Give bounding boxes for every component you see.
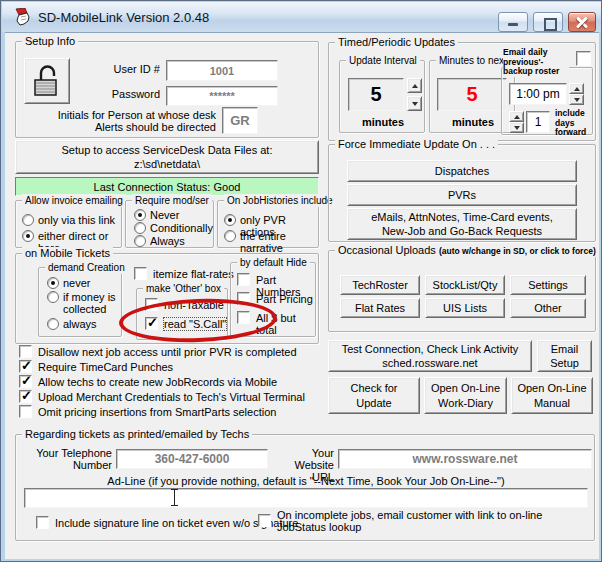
checkbox-label: Omit pricing insertions from SmartParts … xyxy=(38,406,276,418)
group-occasional-uploads: Occasional Uploads (auto w/change in SD,… xyxy=(328,250,596,332)
password-field[interactable]: ****** xyxy=(166,86,278,106)
test-connection-button[interactable]: Test Connection, Check Link Activity sch… xyxy=(328,340,532,372)
group-demand-creation: demand Creation never if money is collec… xyxy=(38,267,122,337)
days-spin-down[interactable] xyxy=(509,122,524,133)
adline-label: Ad-Line (if you provide nothing, default… xyxy=(16,475,596,487)
interval-spin-up[interactable] xyxy=(407,78,422,93)
initials-field[interactable]: GR xyxy=(222,107,258,134)
checkbox-upload-merchant[interactable] xyxy=(19,390,32,403)
lock-button[interactable] xyxy=(24,58,70,104)
check-for-update-button[interactable]: Check for Update xyxy=(328,377,420,414)
time-spin-up[interactable] xyxy=(569,83,584,94)
checkbox-require-timecard[interactable] xyxy=(19,360,32,373)
setup-access-button[interactable]: Setup to access ServiceDesk Data Files a… xyxy=(15,140,319,174)
checkbox-label: Part Pricing xyxy=(256,293,313,305)
group-regarding-tickets: Regarding tickets as printed/emailed by … xyxy=(15,434,595,541)
radio-label: Never xyxy=(150,209,179,221)
checkbox-disallow-next-job[interactable] xyxy=(19,345,32,358)
techroster-button[interactable]: TechRoster xyxy=(340,275,420,295)
time-spin-down[interactable] xyxy=(569,94,584,105)
settings-button[interactable]: Settings xyxy=(510,275,586,295)
radio-only-via-link[interactable] xyxy=(22,214,34,226)
radio-label: Conditionally xyxy=(150,222,213,234)
radio-label: the entire narrative xyxy=(240,230,318,254)
window-title: SD-MobileLink Version 2.0.48 xyxy=(38,10,209,25)
group-setup-info: Setup Info User ID # 1001 Password *****… xyxy=(15,41,319,138)
flat-rates-button[interactable]: Flat Rates xyxy=(340,298,420,318)
other-button[interactable]: Other xyxy=(510,298,586,318)
checkbox-label: Allow techs to create new JobRecords via… xyxy=(38,376,277,388)
radio-label: always xyxy=(63,318,97,330)
uis-lists-button[interactable]: UIS Lists xyxy=(425,298,505,318)
checkbox-omit-pricing[interactable] xyxy=(19,405,32,418)
days-spin-up[interactable] xyxy=(509,111,524,122)
radio-entire-narrative[interactable] xyxy=(224,230,236,242)
group-title: Minutes to next xyxy=(436,54,510,67)
app-icon xyxy=(14,8,34,28)
group-title: Timed/Periodic Updates xyxy=(335,36,458,49)
up-arrow-icon xyxy=(574,87,580,91)
group-invoice-emailing: Allow invoice emailing only via this lin… xyxy=(15,200,122,248)
radio-conditionally[interactable] xyxy=(134,222,146,234)
group-title: Require mod/ser xyxy=(132,194,212,207)
radio-if-money[interactable] xyxy=(47,291,59,303)
radio-never-create[interactable] xyxy=(47,277,59,289)
pvrs-button[interactable]: PVRs xyxy=(347,184,577,206)
password-label: Password xyxy=(68,88,160,100)
radio-always-create[interactable] xyxy=(47,318,59,330)
title-bar[interactable]: SD-MobileLink Version 2.0.48 xyxy=(2,2,601,32)
minimize-button[interactable] xyxy=(498,12,528,32)
group-timed-updates: Timed/Periodic Updates Update Interval 5… xyxy=(328,42,596,141)
group-title: by default Hide xyxy=(237,256,310,269)
group-title: Allow invoice emailing xyxy=(22,194,126,207)
interval-spin-down[interactable] xyxy=(407,96,422,111)
dispatches-button[interactable]: Dispatches xyxy=(347,160,577,182)
up-arrow-icon xyxy=(412,84,418,88)
online-manual-button[interactable]: Open On-Line Manual xyxy=(511,377,593,414)
emails-attnnotes-button[interactable]: eMails, AttnNotes, Time-Card events, New… xyxy=(347,208,577,240)
checkbox-label: On incomplete jobs, email customer with … xyxy=(277,509,542,533)
checkbox-allow-new-jobrecords[interactable] xyxy=(19,375,32,388)
website-field[interactable]: www.rossware.net xyxy=(338,449,592,469)
group-title-note: (auto w/change in SD, or click to force) xyxy=(439,246,596,256)
app-window: SD-MobileLink Version 2.0.48 Setup Info … xyxy=(0,0,602,562)
radio-either-direct[interactable] xyxy=(22,230,34,242)
email-setup-button[interactable]: Email Setup xyxy=(537,340,592,372)
phone-field[interactable]: 360-427-6000 xyxy=(116,449,268,469)
unit-label: minutes xyxy=(340,116,426,128)
radio-only-pvr[interactable] xyxy=(224,214,236,226)
initials-label: Initials for Person at whose desk Alerts… xyxy=(36,109,216,133)
work-diary-button[interactable]: Open On-Line Work-Diary xyxy=(424,377,507,414)
email-time-field[interactable]: 1:00 pm xyxy=(509,83,567,105)
update-interval-value[interactable]: 5 xyxy=(348,78,404,111)
checkbox-email-daily[interactable] xyxy=(576,51,591,66)
text-cursor-icon xyxy=(171,489,179,507)
checkbox-label: Require TimeCard Punches xyxy=(38,361,173,373)
adline-field[interactable] xyxy=(24,488,588,508)
group-jobhistories: On JobHistories include only PVR actions… xyxy=(217,200,319,248)
days-forward-label: include days forward xyxy=(555,109,593,138)
down-arrow-icon xyxy=(574,98,580,102)
close-button[interactable] xyxy=(568,12,596,32)
days-forward-field[interactable]: 1 xyxy=(526,111,550,133)
radio-label: never xyxy=(63,277,91,289)
down-arrow-icon xyxy=(514,126,520,130)
stocklist-button[interactable]: StockList/Qty xyxy=(425,275,505,295)
checkbox-itemize-flat-rates[interactable] xyxy=(134,267,147,280)
user-id-field[interactable]: 1001 xyxy=(166,60,278,81)
group-title: On JobHistories include xyxy=(224,194,336,207)
radio-never[interactable] xyxy=(134,209,146,221)
group-title: Regarding tickets as printed/emailed by … xyxy=(22,428,252,441)
checkbox-signature-line[interactable] xyxy=(36,516,49,529)
checkbox-jobstatus-link[interactable] xyxy=(258,514,271,527)
group-title: Force Immediate Update On . . . xyxy=(335,138,498,151)
radio-always[interactable] xyxy=(134,235,146,247)
checkbox-part-numbers[interactable] xyxy=(237,273,250,286)
up-arrow-icon xyxy=(514,115,520,119)
group-update-interval: Update Interval 5 minutes xyxy=(339,60,425,133)
user-id-label: User ID # xyxy=(68,63,160,75)
email-daily-label: Email daily previous'-backup roster xyxy=(503,48,569,77)
group-title: on Mobile Tickets xyxy=(22,247,113,260)
minutes-to-next-value: 5 xyxy=(437,78,507,111)
maximize-button[interactable] xyxy=(533,12,563,32)
